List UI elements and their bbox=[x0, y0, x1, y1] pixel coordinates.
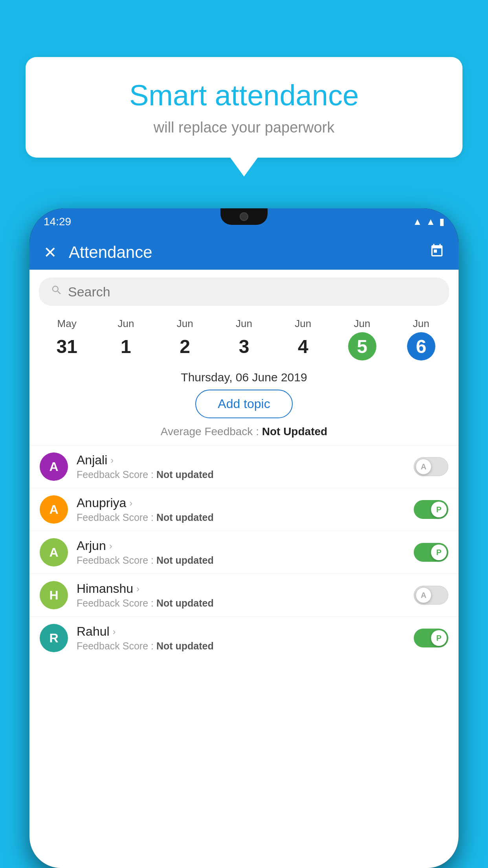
avatar: R bbox=[40, 624, 68, 652]
average-feedback: Average Feedback : Not Updated bbox=[29, 425, 459, 438]
calendar-day[interactable]: Jun2 bbox=[156, 318, 215, 360]
calendar-day[interactable]: Jun4 bbox=[273, 318, 332, 360]
cal-date-number: 5 bbox=[348, 332, 376, 360]
student-info: Anjali ›Feedback Score : Not updated bbox=[77, 453, 405, 480]
speech-bubble-subtitle: will replace your paperwork bbox=[49, 119, 439, 136]
toggle-knob: P bbox=[431, 502, 447, 517]
speech-bubble-title: Smart attendance bbox=[49, 79, 439, 112]
search-bar[interactable] bbox=[39, 278, 449, 306]
avg-feedback-label: Average Feedback : bbox=[161, 425, 262, 438]
add-topic-button[interactable]: Add topic bbox=[195, 390, 292, 418]
search-input[interactable] bbox=[68, 284, 437, 300]
cal-month-label: Jun bbox=[273, 318, 332, 330]
cal-date-number: 31 bbox=[53, 332, 81, 360]
feedback-value: Not updated bbox=[156, 598, 214, 609]
avatar: A bbox=[40, 538, 68, 566]
speech-bubble: Smart attendance will replace your paper… bbox=[26, 57, 462, 158]
calendar-day[interactable]: Jun1 bbox=[96, 318, 155, 360]
avatar: A bbox=[40, 495, 68, 524]
student-name: Arjun › bbox=[77, 539, 405, 553]
app-bar-title: Attendance bbox=[69, 243, 429, 262]
cal-month-label: Jun bbox=[332, 318, 391, 330]
feedback-value: Not updated bbox=[156, 640, 214, 651]
phone-frame: 14:29 ▲ ▲ ▮ ✕ Attendance May31Jun1J bbox=[29, 208, 459, 868]
student-name: Himanshu › bbox=[77, 581, 405, 596]
toggle-knob: A bbox=[416, 587, 431, 603]
student-info: Rahul ›Feedback Score : Not updated bbox=[77, 624, 405, 652]
cal-date-number: 4 bbox=[289, 332, 317, 360]
feedback-value: Not updated bbox=[156, 555, 214, 566]
attendance-toggle[interactable]: A bbox=[414, 586, 448, 605]
feedback-value: Not updated bbox=[156, 469, 214, 480]
signal-icon: ▲ bbox=[426, 216, 435, 227]
student-feedback: Feedback Score : Not updated bbox=[77, 598, 405, 609]
toggle-knob: P bbox=[431, 544, 447, 560]
cal-month-label: May bbox=[37, 318, 96, 330]
chevron-right-icon: › bbox=[113, 626, 116, 637]
student-row[interactable]: AAnupriya ›Feedback Score : Not updatedP bbox=[29, 488, 459, 531]
toggle-knob: P bbox=[431, 630, 447, 646]
cal-month-label: Jun bbox=[215, 318, 273, 330]
attendance-toggle[interactable]: A bbox=[414, 457, 448, 476]
cal-date-number: 3 bbox=[230, 332, 258, 360]
student-info: Himanshu ›Feedback Score : Not updated bbox=[77, 581, 405, 609]
calendar-day[interactable]: Jun5 bbox=[332, 318, 391, 360]
student-name: Anjali › bbox=[77, 453, 405, 467]
attendance-toggle[interactable]: P bbox=[414, 543, 448, 562]
attendance-toggle[interactable]: P bbox=[414, 500, 448, 519]
cal-month-label: Jun bbox=[392, 318, 451, 330]
calendar-day[interactable]: May31 bbox=[37, 318, 96, 360]
calendar-icon[interactable] bbox=[429, 243, 444, 262]
avatar: H bbox=[40, 581, 68, 609]
student-row[interactable]: AArjun ›Feedback Score : Not updatedP bbox=[29, 531, 459, 574]
feedback-value: Not updated bbox=[156, 512, 214, 523]
student-row[interactable]: AAnjali ›Feedback Score : Not updatedA bbox=[29, 445, 459, 488]
chevron-right-icon: › bbox=[136, 583, 139, 594]
selected-date-label: Thursday, 06 June 2019 bbox=[29, 371, 459, 384]
calendar-strip: May31Jun1Jun2Jun3Jun4Jun5Jun6 bbox=[29, 314, 459, 364]
cal-month-label: Jun bbox=[96, 318, 155, 330]
student-feedback: Feedback Score : Not updated bbox=[77, 469, 405, 480]
student-row[interactable]: HHimanshu ›Feedback Score : Not updatedA bbox=[29, 574, 459, 616]
student-row[interactable]: RRahul ›Feedback Score : Not updatedP bbox=[29, 616, 459, 659]
close-button[interactable]: ✕ bbox=[44, 243, 57, 261]
calendar-day[interactable]: Jun6 bbox=[392, 318, 451, 360]
battery-icon: ▮ bbox=[439, 216, 444, 227]
toggle-knob: A bbox=[416, 459, 431, 474]
notch bbox=[220, 208, 268, 225]
cal-month-label: Jun bbox=[156, 318, 215, 330]
app-bar: ✕ Attendance bbox=[29, 235, 459, 270]
avg-feedback-value: Not Updated bbox=[262, 425, 327, 438]
student-feedback: Feedback Score : Not updated bbox=[77, 640, 405, 652]
camera bbox=[240, 212, 248, 221]
student-feedback: Feedback Score : Not updated bbox=[77, 555, 405, 566]
chevron-right-icon: › bbox=[129, 498, 132, 509]
avatar: A bbox=[40, 452, 68, 481]
student-info: Anupriya ›Feedback Score : Not updated bbox=[77, 496, 405, 523]
cal-date-number: 6 bbox=[407, 332, 435, 360]
calendar-day[interactable]: Jun3 bbox=[215, 318, 273, 360]
student-name: Anupriya › bbox=[77, 496, 405, 510]
status-icons: ▲ ▲ ▮ bbox=[413, 216, 444, 227]
cal-date-number: 1 bbox=[112, 332, 140, 360]
student-name: Rahul › bbox=[77, 624, 405, 639]
search-icon bbox=[51, 284, 62, 299]
chevron-right-icon: › bbox=[109, 541, 112, 552]
attendance-toggle[interactable]: P bbox=[414, 629, 448, 647]
student-feedback: Feedback Score : Not updated bbox=[77, 512, 405, 523]
status-time: 14:29 bbox=[44, 215, 71, 228]
cal-date-number: 2 bbox=[171, 332, 199, 360]
student-info: Arjun ›Feedback Score : Not updated bbox=[77, 539, 405, 566]
chevron-right-icon: › bbox=[110, 455, 114, 466]
wifi-icon: ▲ bbox=[413, 216, 422, 227]
student-list: AAnjali ›Feedback Score : Not updatedAAA… bbox=[29, 445, 459, 659]
screen-content: May31Jun1Jun2Jun3Jun4Jun5Jun6 Thursday, … bbox=[29, 270, 459, 868]
